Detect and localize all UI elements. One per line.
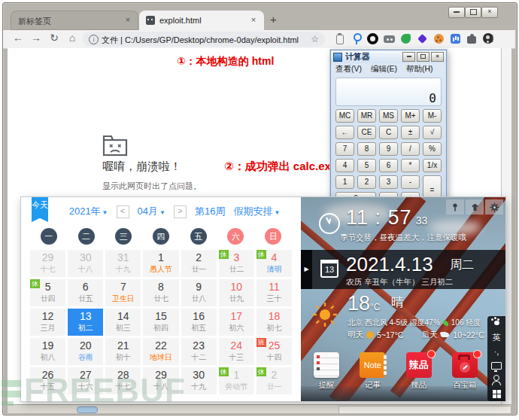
calendar-day-cell[interactable]: 休 3 廿二 <box>219 250 254 277</box>
calendar-day-cell[interactable]: 30 十九 <box>181 367 217 394</box>
calc-key[interactable]: - <box>401 175 420 189</box>
address-bar[interactable]: i 文件 | C:/Users/GP/Desktop/chrome-0day/e… <box>83 32 325 47</box>
calc-menu-item[interactable]: 查看(V) <box>335 64 362 75</box>
year-dropdown[interactable]: 2021年▼ <box>69 205 108 218</box>
calc-menu-item[interactable]: 编辑(E) <box>371 64 397 75</box>
evernote-extension-icon[interactable] <box>399 32 412 45</box>
horizontal-scrollbar[interactable] <box>8 404 511 413</box>
prev-month-button[interactable]: < <box>117 205 129 218</box>
calc-key[interactable]: 5 <box>357 159 376 172</box>
calendar-day-cell[interactable]: 休 1 劳动节 <box>219 367 254 394</box>
calendar-day-cell[interactable]: 14 初三 <box>105 309 141 336</box>
calc-key[interactable]: M- <box>423 109 442 123</box>
calendar-day-cell[interactable]: 12 三月 <box>30 309 65 336</box>
calendar-day-cell[interactable]: 24 十三 <box>219 338 254 365</box>
holiday-dropdown[interactable]: 假期安排▼ <box>233 205 280 218</box>
monitor-tool[interactable] <box>490 361 502 371</box>
calc-key[interactable]: 1 <box>335 175 354 189</box>
calc-key[interactable]: √ <box>423 126 442 139</box>
calendar-day-cell[interactable]: 10 廿九 <box>219 279 254 306</box>
calendar-day-cell[interactable]: 23 十二 <box>181 338 217 365</box>
pin-widget-button[interactable] <box>446 199 464 215</box>
calendar-day-cell[interactable]: 28 十七 <box>105 367 141 394</box>
clipboard-extension-icon[interactable] <box>333 32 346 45</box>
window-close-button[interactable]: × <box>481 7 498 18</box>
app-reminder[interactable]: 提醒 <box>307 352 346 391</box>
calc-key[interactable]: 9 <box>379 142 398 156</box>
calc-key[interactable]: ← <box>335 126 354 139</box>
forward-button[interactable]: → <box>29 32 44 44</box>
calendar-day-cell[interactable]: 9 廿八 <box>181 279 217 306</box>
calc-key[interactable]: % <box>423 142 442 156</box>
english-tool[interactable]: 英 <box>490 332 502 342</box>
calc-key[interactable]: 2 <box>357 175 376 189</box>
calendar-day-cell[interactable]: 8 廿七 <box>143 279 178 306</box>
profile-tool[interactable] <box>490 375 502 385</box>
calendar-day-cell[interactable]: 7 卫生日 <box>105 279 141 306</box>
calc-key[interactable]: * <box>401 159 420 172</box>
calc-key[interactable]: ± <box>401 126 420 139</box>
calendar-day-cell[interactable]: 29 十八 <box>143 367 178 394</box>
calendar-day-cell[interactable]: 班 25 十四 <box>256 338 292 365</box>
tab-new-tab-page[interactable]: 新标签页 × <box>11 11 138 30</box>
home-button[interactable]: ⌂ <box>65 32 80 44</box>
tab-close-icon[interactable]: × <box>248 15 259 26</box>
tab-close-icon[interactable]: × <box>123 15 133 26</box>
reload-button[interactable]: ↻ <box>47 32 62 44</box>
calc-key[interactable]: / <box>401 142 420 156</box>
calendar-day-cell[interactable]: 29 十七 <box>30 250 65 277</box>
calc-menu-item[interactable]: 帮助(H) <box>406 64 433 75</box>
puzzle-extension-icon[interactable] <box>466 32 478 45</box>
settings-button[interactable] <box>485 199 503 215</box>
calendar-day-cell[interactable]: 20 谷雨 <box>68 338 103 365</box>
calc-key[interactable]: 1/x <box>423 159 442 172</box>
collapse-arrow-icon[interactable]: ▶ <box>301 250 312 289</box>
calendar-day-cell[interactable]: 21 初十 <box>105 338 141 365</box>
cookie-extension-icon[interactable] <box>432 32 445 45</box>
page-info-icon[interactable]: i <box>89 35 99 44</box>
app-toolbox[interactable]: 百宝箱 <box>445 352 484 391</box>
robot-extension-icon[interactable] <box>383 32 396 45</box>
paw-tool[interactable] <box>490 318 502 328</box>
calendar-day-cell[interactable]: 26 十五 <box>30 367 65 394</box>
bookmark-star-icon[interactable]: ☆ <box>311 34 319 44</box>
new-tab-button[interactable]: + <box>270 13 277 26</box>
back-button[interactable]: ← <box>11 32 26 44</box>
app-lapin[interactable]: 辣品 辣品 <box>399 352 439 391</box>
quote-tool[interactable]: ·, <box>490 346 502 357</box>
calc-key[interactable]: M+ <box>401 109 420 123</box>
today-ribbon[interactable]: 今天 <box>32 197 48 222</box>
calculator-titlebar[interactable]: 计算器 × <box>331 50 446 63</box>
calc-key[interactable]: MR <box>357 109 376 123</box>
calendar-day-cell[interactable]: 11 三十 <box>256 279 292 306</box>
calendar-day-cell[interactable]: 1 愚人节 <box>143 250 178 277</box>
app-notes[interactable]: Note 记事 <box>353 352 392 391</box>
scrollbar-thumb[interactable] <box>77 406 98 413</box>
calendar-day-cell[interactable]: 27 十六 <box>68 367 103 394</box>
calendar-day-cell[interactable]: 19 初八 <box>30 338 65 365</box>
calendar-day-cell[interactable]: 15 初四 <box>143 309 178 336</box>
calendar-day-cell[interactable]: 2 廿一 <box>181 250 217 277</box>
calendar-day-cell[interactable]: 30 十八 <box>68 250 103 277</box>
calendar-day-cell[interactable]: 休 4 清明 <box>256 250 292 277</box>
calendar-day-cell[interactable]: 休 5 廿四 <box>30 279 65 306</box>
chart-extension-icon[interactable] <box>449 32 462 45</box>
diamond-extension-icon[interactable] <box>416 32 429 45</box>
window-maximize-button[interactable] <box>465 7 481 18</box>
calc-key[interactable]: MS <box>379 109 398 123</box>
window-minimize-button[interactable] <box>448 7 465 18</box>
calendar-day-cell[interactable]: 31 十九 <box>105 250 141 277</box>
apps-grid-tool[interactable] <box>490 389 502 400</box>
month-dropdown[interactable]: 04月▼ <box>138 205 165 218</box>
calc-key[interactable]: 3 <box>379 175 398 189</box>
browser-menu-icon[interactable]: ⋮ <box>488 33 497 44</box>
calendar-day-cell[interactable]: 22 地球日 <box>143 338 178 365</box>
calc-key[interactable]: 8 <box>357 142 376 156</box>
calc-key[interactable]: 6 <box>379 159 398 172</box>
calc-maximize-button[interactable] <box>417 52 429 62</box>
calc-close-button[interactable]: × <box>431 52 444 62</box>
calc-key[interactable]: 7 <box>335 142 354 156</box>
calc-minimize-button[interactable] <box>402 52 415 62</box>
calc-key[interactable]: 4 <box>335 159 354 172</box>
circle-extension-icon[interactable] <box>366 32 379 45</box>
